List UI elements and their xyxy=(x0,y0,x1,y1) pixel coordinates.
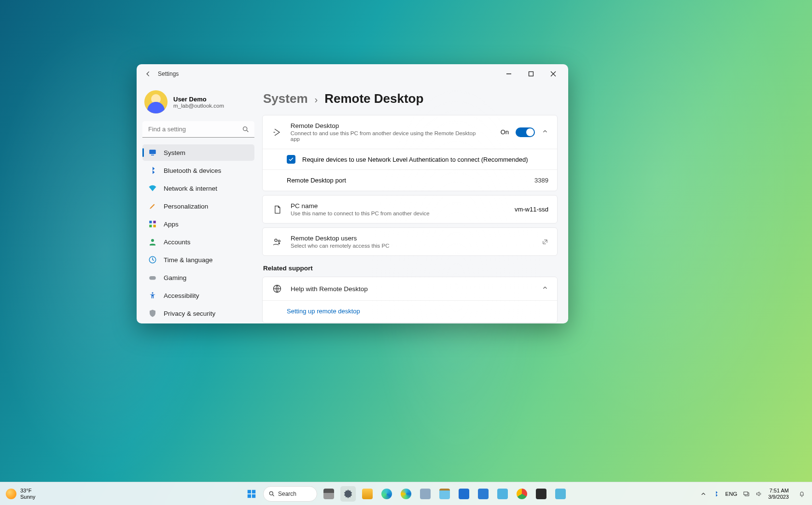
taskbar: 33°F Sunny Search ENG 7 xyxy=(0,482,812,505)
taskbar-systray: ENG 7:51 AM 3/9/2023 xyxy=(686,487,812,501)
minimize-icon xyxy=(506,71,512,77)
titlebar: Settings xyxy=(137,64,568,84)
svg-point-1 xyxy=(243,127,247,131)
help-link[interactable]: Setting up remote desktop xyxy=(263,300,557,323)
gear-icon xyxy=(343,489,353,499)
svg-rect-18 xyxy=(248,494,251,497)
svg-rect-5 xyxy=(154,221,156,223)
svg-rect-3 xyxy=(151,155,154,156)
taskbar-app-3[interactable] xyxy=(553,486,568,502)
svg-rect-16 xyxy=(248,490,251,493)
taskbar-terminal[interactable] xyxy=(533,486,549,502)
port-value: 3389 xyxy=(534,177,548,184)
nav-item-apps[interactable]: Apps xyxy=(142,216,254,232)
collapse-button[interactable] xyxy=(542,128,548,136)
nav-label: Accounts xyxy=(164,238,191,246)
breadcrumb-parent[interactable]: System xyxy=(263,91,308,106)
nav-label: System xyxy=(164,149,185,156)
help-collapse-button[interactable] xyxy=(542,284,548,293)
external-link-button[interactable] xyxy=(542,238,548,245)
nav-label: Time & language xyxy=(164,256,213,264)
maximize-button[interactable] xyxy=(520,66,542,82)
svg-rect-19 xyxy=(252,494,255,497)
remote-desktop-row[interactable]: Remote Desktop Connect to and use this P… xyxy=(263,115,557,149)
nav-item-accounts[interactable]: Accounts xyxy=(142,234,254,250)
rd-users-title: Remote Desktop users xyxy=(291,235,390,242)
taskbar-clock[interactable]: 7:51 AM 3/9/2023 xyxy=(768,488,789,500)
nav-item-network[interactable]: Network & internet xyxy=(142,180,254,196)
taskbar-chrome[interactable] xyxy=(514,486,530,502)
rd-users-card[interactable]: Remote Desktop users Select who can remo… xyxy=(262,227,558,256)
close-button[interactable] xyxy=(542,66,564,82)
check-icon xyxy=(288,156,294,162)
search-icon xyxy=(242,126,250,133)
nla-checkbox[interactable] xyxy=(287,155,295,164)
taskbar-store[interactable] xyxy=(456,486,472,502)
help-row[interactable]: Help with Remote Desktop xyxy=(263,277,557,300)
maximize-icon xyxy=(528,71,534,77)
taskbar-notepad[interactable] xyxy=(437,486,452,502)
globe-help-icon xyxy=(271,284,283,294)
nav-item-system[interactable]: System xyxy=(142,144,254,161)
store-icon xyxy=(459,489,469,499)
taskbar-word[interactable] xyxy=(476,486,491,502)
taskbar-weather[interactable]: 33°F Sunny xyxy=(0,488,126,500)
search-input[interactable] xyxy=(142,121,254,138)
nav-item-privacy[interactable]: Privacy & security xyxy=(142,305,254,322)
avatar xyxy=(144,90,168,113)
chevron-up-icon[interactable] xyxy=(700,491,707,497)
svg-point-11 xyxy=(152,292,154,294)
port-row: Remote Desktop port 3389 xyxy=(263,169,557,191)
volume-icon[interactable] xyxy=(756,491,762,497)
wifi-icon xyxy=(148,184,157,193)
weather-icon xyxy=(6,489,16,499)
pcname-value: vm-w11-ssd xyxy=(515,206,548,213)
svg-rect-6 xyxy=(149,225,152,227)
nav-item-personalization[interactable]: Personalization xyxy=(142,198,254,214)
svg-rect-2 xyxy=(149,150,156,154)
svg-point-8 xyxy=(151,239,154,242)
nla-row[interactable]: Require devices to use Network Level Aut… xyxy=(263,149,557,169)
network-icon[interactable] xyxy=(743,491,750,497)
nav-item-bluetooth[interactable]: Bluetooth & devices xyxy=(142,162,254,179)
search-icon xyxy=(268,491,275,497)
related-support-heading: Related support xyxy=(263,265,558,272)
back-button[interactable] xyxy=(140,66,156,82)
pc-name-card[interactable]: PC name Use this name to connect to this… xyxy=(262,195,558,224)
taskbar-time: 7:51 AM xyxy=(768,488,789,494)
breadcrumb-separator: › xyxy=(315,94,318,105)
taskbar-app-2[interactable] xyxy=(495,486,510,502)
taskbar-settings-app[interactable] xyxy=(340,486,356,502)
svg-rect-10 xyxy=(149,276,156,280)
remote-desktop-title: Remote Desktop xyxy=(291,122,485,129)
remote-desktop-icon xyxy=(271,127,283,137)
chevron-up-icon xyxy=(542,128,548,135)
minimize-button[interactable] xyxy=(498,66,520,82)
nav-item-gaming[interactable]: Gaming xyxy=(142,269,254,286)
nav-item-time[interactable]: Time & language xyxy=(142,252,254,268)
pcname-title: PC name xyxy=(291,202,430,210)
profile-block[interactable]: User Demo m_lab@outlook.com xyxy=(142,87,254,120)
folder-icon xyxy=(362,489,373,499)
search-field[interactable] xyxy=(142,121,254,138)
nav-label: Accessibility xyxy=(164,292,199,299)
taskbar-search[interactable]: Search xyxy=(263,486,317,502)
nav-label: Apps xyxy=(164,221,179,228)
svg-rect-17 xyxy=(252,490,255,493)
nav-item-accessibility[interactable]: Accessibility xyxy=(142,287,254,304)
taskbar-edge[interactable] xyxy=(379,486,394,502)
taskbar-edge-dev[interactable] xyxy=(398,486,414,502)
taskbar-explorer[interactable] xyxy=(360,486,375,502)
nav-label: Privacy & security xyxy=(164,310,215,317)
nav-item-update[interactable]: Windows Update xyxy=(142,323,254,323)
profile-email: m_lab@outlook.com xyxy=(173,103,224,109)
remote-desktop-toggle[interactable] xyxy=(516,127,535,137)
start-button[interactable] xyxy=(244,486,259,502)
task-view-button[interactable] xyxy=(321,486,336,502)
notifications-button[interactable] xyxy=(795,487,809,501)
taskbar-app-1[interactable] xyxy=(418,486,433,502)
bluetooth-icon[interactable] xyxy=(713,491,719,497)
remote-desktop-desc: Connect to and use this PC from another … xyxy=(291,130,485,142)
language-indicator[interactable]: ENG xyxy=(725,491,737,497)
apps-icon xyxy=(148,220,157,228)
